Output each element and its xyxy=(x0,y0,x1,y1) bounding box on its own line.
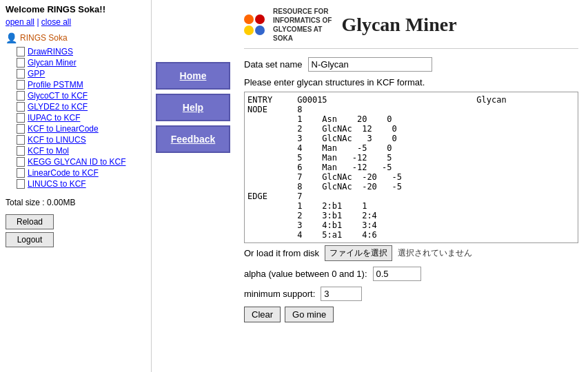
user-icon: 👤 xyxy=(6,32,17,43)
sidebar-item-glycoct[interactable]: GlycoCT to KCF xyxy=(17,90,145,101)
dataset-label: Data set name xyxy=(244,59,303,70)
sidebar-item-kcf-mol[interactable]: KCF to Mol xyxy=(17,145,145,156)
app-header: Resource forInformatics ofGlycomes atSok… xyxy=(244,7,578,49)
file-status: 選択されていません xyxy=(398,247,472,259)
dataset-name-row: Data set name xyxy=(244,57,578,72)
nav-column: Home Help Feedback xyxy=(152,0,234,372)
user-section-label: RINGS Soka xyxy=(20,33,68,43)
sidebar-item-kcf-linucs[interactable]: KCF to LINUCS xyxy=(17,134,145,145)
sidebar-action-buttons: Reload Logout xyxy=(6,214,145,247)
logo-circle-1 xyxy=(244,14,254,24)
alpha-input[interactable] xyxy=(373,267,421,281)
sidebar-item-linearcode-kcf[interactable]: LinearCode to KCF xyxy=(17,167,145,178)
user-section-header: 👤 RINGS Soka xyxy=(6,32,145,43)
logo-circles xyxy=(244,14,269,35)
kcf-textarea[interactable] xyxy=(244,92,578,243)
sidebar-item-drawrings[interactable]: DrawRINGS xyxy=(17,46,145,57)
open-close-row: open all | close all xyxy=(6,17,145,27)
home-button[interactable]: Home xyxy=(156,62,230,90)
doc-icon xyxy=(17,102,25,112)
doc-icon xyxy=(17,168,25,178)
action-buttons: Clear Go mine xyxy=(244,307,578,322)
main-area: Home Help Feedback Resource forInformati… xyxy=(152,0,588,372)
sidebar-item-kegg[interactable]: KEGG GLYCAN ID to KCF xyxy=(17,156,145,167)
minsup-input[interactable] xyxy=(321,287,362,301)
clear-button[interactable]: Clear xyxy=(244,307,281,322)
alpha-label: alpha (value between 0 and 1): xyxy=(244,269,367,279)
doc-icon xyxy=(17,91,25,101)
doc-icon xyxy=(17,47,25,56)
sidebar-item-linucs-kcf[interactable]: LINUCS to KCF xyxy=(17,178,145,189)
sidebar-item-glycan-miner[interactable]: Glycan Miner xyxy=(17,57,145,68)
gomine-button[interactable]: Go mine xyxy=(285,307,334,322)
logo-circle-3 xyxy=(244,25,254,35)
doc-icon xyxy=(17,113,25,123)
file-select-button[interactable]: ファイルを選択 xyxy=(325,245,392,261)
sidebar-item-profile-pstmm[interactable]: Profile PSTMM xyxy=(17,79,145,90)
content-panel: Resource forInformatics ofGlycomes atSok… xyxy=(234,0,588,372)
sidebar-item-glyde2[interactable]: GLYDE2 to KCF xyxy=(17,101,145,112)
sidebar-item-kcf-linearcode[interactable]: KCF to LinearCode xyxy=(17,123,145,134)
sidebar-item-iupac[interactable]: IUPAC to KCF xyxy=(17,112,145,123)
doc-icon xyxy=(17,124,25,134)
dataset-input[interactable] xyxy=(308,57,432,72)
alpha-row: alpha (value between 0 and 1): xyxy=(244,267,578,281)
minsup-row: minimum support: xyxy=(244,287,578,301)
help-button[interactable]: Help xyxy=(156,94,230,121)
logout-button[interactable]: Logout xyxy=(6,232,54,247)
doc-icon xyxy=(17,157,25,167)
logo-circle-4 xyxy=(255,25,265,35)
file-label: Or load it from disk xyxy=(244,248,319,258)
logo-circle-2 xyxy=(255,14,265,24)
open-all-link[interactable]: open all xyxy=(6,17,34,27)
doc-icon xyxy=(17,58,25,68)
doc-icon xyxy=(17,69,25,79)
app-title: Glycan Miner xyxy=(341,14,456,36)
sidebar-item-gpp[interactable]: GPP xyxy=(17,68,145,79)
file-load-row: Or load it from disk ファイルを選択 選択されていません xyxy=(244,245,578,261)
instruction-text: Please enter glycan structures in KCF fo… xyxy=(244,77,578,87)
reload-button[interactable]: Reload xyxy=(6,214,54,229)
minsup-label: minimum support: xyxy=(244,289,315,299)
doc-icon xyxy=(17,146,25,156)
logo-box: Resource forInformatics ofGlycomes atSok… xyxy=(244,7,332,43)
doc-icon xyxy=(17,135,25,145)
close-all-link[interactable]: close all xyxy=(41,17,71,27)
sidebar: Welcome RINGS Soka!! open all | close al… xyxy=(0,0,152,372)
total-size: Total size : 0.00MB xyxy=(6,198,145,207)
feedback-button[interactable]: Feedback xyxy=(156,125,230,153)
welcome-text: Welcome RINGS Soka!! xyxy=(6,4,145,14)
doc-icon xyxy=(17,179,25,189)
logo-text: Resource forInformatics ofGlycomes atSok… xyxy=(273,7,332,43)
doc-icon xyxy=(17,80,25,90)
sidebar-item-list: DrawRINGS Glycan Miner GPP Profile PSTMM… xyxy=(6,46,145,189)
